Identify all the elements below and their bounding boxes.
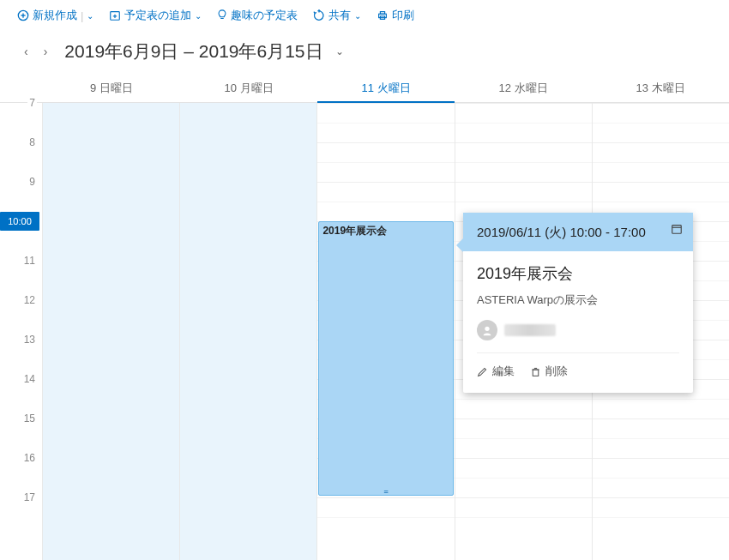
delete-label: 削除 — [545, 364, 568, 379]
day-column[interactable] — [180, 103, 317, 560]
calendar: 9 日曜日10 月曜日11 火曜日12 水曜日13 木曜日 7891011121… — [0, 75, 729, 560]
svg-rect-10 — [672, 226, 682, 234]
svg-rect-8 — [381, 12, 385, 15]
person-icon — [481, 324, 493, 336]
print-button[interactable]: 印刷 — [377, 8, 414, 23]
calendar-plus-icon — [109, 9, 121, 21]
edit-label: 編集 — [492, 364, 515, 379]
print-icon — [377, 9, 389, 21]
event-resize-handle[interactable]: = — [319, 488, 452, 495]
hour-label: 9 — [27, 176, 37, 188]
popup-actions: 編集 削除 — [477, 364, 679, 384]
hour-label: 11 — [22, 255, 37, 267]
event-title: 2019年展示会 — [322, 225, 387, 237]
svg-rect-13 — [533, 370, 539, 376]
hour-label: 14 — [22, 373, 37, 385]
now-time-label: 10:00 — [8, 216, 32, 226]
chevron-down-icon[interactable]: ⌄ — [335, 45, 344, 57]
pencil-icon — [477, 366, 488, 377]
share-button[interactable]: 共有 ⌄ — [313, 8, 361, 23]
popup-attendee — [477, 320, 679, 353]
time-labels: 7891011121314151617 — [0, 103, 43, 560]
calendar-header: 9 日曜日10 月曜日11 火曜日12 水曜日13 木曜日 — [0, 75, 729, 103]
event-block[interactable]: 2019年展示会= — [318, 221, 453, 496]
hour-label: 15 — [22, 412, 37, 425]
popup-description: ASTERIA Warpの展示会 — [477, 292, 679, 308]
avatar — [477, 320, 497, 340]
day-header[interactable]: 13 木曜日 — [592, 75, 729, 102]
chevron-down-icon[interactable]: ⌄ — [354, 11, 361, 21]
popup-body: 2019年展示会 ASTERIA Warpの展示会 編集 削除 — [463, 251, 693, 393]
hour-label: 16 — [22, 452, 37, 464]
share-icon — [313, 9, 325, 21]
date-range-label[interactable]: 2019年6月9日 – 2019年6月15日 — [64, 39, 322, 63]
popup-header: 2019/06/11 (火) 10:00 - 17:00 — [463, 213, 693, 251]
hour-label: 7 — [27, 97, 37, 109]
toolbar-separator: | — [81, 9, 83, 22]
trash-icon — [530, 366, 541, 377]
edit-button[interactable]: 編集 — [477, 364, 515, 379]
attendee-name-redacted — [504, 324, 556, 336]
add-calendar-button[interactable]: 予定表の追加 ⌄ — [109, 8, 202, 23]
chevron-down-icon[interactable]: ⌄ — [87, 11, 93, 21]
delete-button[interactable]: 削除 — [530, 364, 568, 379]
hour-label: 8 — [27, 136, 37, 148]
print-label: 印刷 — [392, 8, 414, 23]
popup-title: 2019年展示会 — [477, 263, 679, 284]
lightbulb-icon — [217, 9, 227, 21]
date-navigation: ‹ › 2019年6月9日 – 2019年6月15日 ⌄ — [0, 31, 729, 75]
add-calendar-label: 予定表の追加 — [124, 8, 191, 23]
event-popup: 2019/06/11 (火) 10:00 - 17:00 2019年展示会 AS… — [463, 213, 693, 393]
toolbar: 新規作成 | ⌄ 予定表の追加 ⌄ 趣味の予定表 共有 ⌄ 印刷 — [0, 0, 729, 31]
day-header[interactable]: 10 月曜日 — [180, 75, 317, 102]
day-column[interactable] — [43, 103, 180, 560]
interesting-calendar-label: 趣味の予定表 — [231, 8, 298, 23]
hour-label: 17 — [22, 491, 37, 503]
open-in-calendar-icon[interactable] — [671, 221, 683, 239]
next-week-button[interactable]: › — [40, 43, 51, 60]
share-label: 共有 — [328, 8, 351, 23]
popup-time-label: 2019/06/11 (火) 10:00 - 17:00 — [477, 225, 646, 239]
day-header[interactable]: 9 日曜日 — [43, 75, 180, 102]
day-column[interactable]: 2019年展示会= — [317, 103, 455, 560]
svg-point-12 — [485, 327, 489, 331]
new-button[interactable]: 新規作成 | ⌄ — [17, 8, 93, 23]
interesting-calendar-button[interactable]: 趣味の予定表 — [217, 8, 298, 23]
hour-label: 12 — [22, 294, 37, 306]
hour-label: 13 — [22, 334, 37, 346]
now-time-badge: 10:00 — [0, 212, 39, 231]
day-header[interactable]: 11 火曜日 — [317, 75, 455, 102]
new-label: 新規作成 — [33, 8, 77, 23]
chevron-down-icon[interactable]: ⌄ — [195, 11, 202, 21]
day-header[interactable]: 12 水曜日 — [455, 75, 592, 102]
prev-week-button[interactable]: ‹ — [21, 43, 32, 60]
plus-circle-icon — [17, 9, 29, 21]
